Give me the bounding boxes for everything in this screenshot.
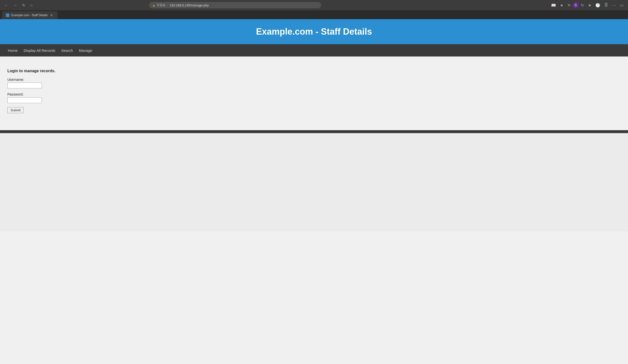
browser-chrome: ← → ↻ ⌂ ▲ 不安全 | 192.168.6.145/manage.php… xyxy=(0,0,628,10)
page-header: Example.com - Staff Details xyxy=(0,19,628,44)
home-button[interactable]: ⌂ xyxy=(29,2,34,8)
reader-icon[interactable]: 📖 xyxy=(550,2,557,9)
svg-rect-0 xyxy=(6,14,9,17)
bottom-area xyxy=(0,133,628,231)
nav-search[interactable]: Search xyxy=(58,45,76,56)
favorites-icon[interactable]: ★ xyxy=(558,2,565,9)
sidebar-icon[interactable]: ▭ xyxy=(619,2,625,9)
url-display: 192.168.6.145/manage.php xyxy=(169,3,209,7)
close-tab-icon[interactable]: ✕ xyxy=(566,2,572,9)
history-icon[interactable]: 🕐 xyxy=(594,2,602,9)
username-input[interactable] xyxy=(7,82,42,88)
tab-close-button[interactable]: ✕ xyxy=(50,13,54,17)
active-tab[interactable]: Example.com - Staff Details ✕ xyxy=(2,11,58,19)
back-button[interactable]: ← xyxy=(3,2,10,8)
not-secure-label: 不安全 xyxy=(157,3,166,7)
main-content: Login to manage records. Username: Passw… xyxy=(0,57,628,130)
username-label: Username: xyxy=(7,78,621,81)
nav-home[interactable]: Home xyxy=(5,45,21,56)
more-options-icon[interactable]: ⋯ xyxy=(611,2,618,9)
address-bar[interactable]: ▲ 不安全 | 192.168.6.145/manage.php xyxy=(149,2,321,8)
footer-bar xyxy=(0,130,628,133)
username-group: Username: xyxy=(7,78,621,88)
refresh-page-icon[interactable]: ↻ xyxy=(579,2,585,9)
password-input[interactable] xyxy=(7,97,42,103)
submit-button[interactable]: Submit xyxy=(7,107,24,113)
tab-bar: Example.com - Staff Details ✕ xyxy=(0,10,628,19)
collections-icon[interactable]: 🗄 xyxy=(603,2,610,8)
password-label: Password: xyxy=(7,92,621,96)
browser-actions: 📖 ★ ✕ S ↻ ★ 🕐 🗄 ⋯ ▭ xyxy=(550,2,625,9)
nav-bar: Home Display All Records Search Manage xyxy=(0,44,628,57)
refresh-button[interactable]: ↻ xyxy=(21,2,27,9)
page-title: Example.com - Staff Details xyxy=(5,26,623,37)
tab-favicon xyxy=(6,13,9,17)
profile-icon[interactable]: S xyxy=(573,2,578,8)
nav-manage[interactable]: Manage xyxy=(76,45,95,56)
tab-title: Example.com - Staff Details xyxy=(11,13,48,17)
warning-icon: ▲ xyxy=(152,3,155,7)
nav-display-all-records[interactable]: Display All Records xyxy=(21,45,58,56)
bookmarks-bar-icon[interactable]: ★ xyxy=(586,2,593,9)
login-heading: Login to manage records. xyxy=(7,69,621,73)
password-group: Password: xyxy=(7,92,621,103)
login-section: Login to manage records. Username: Passw… xyxy=(7,64,621,118)
forward-button[interactable]: → xyxy=(12,2,19,8)
